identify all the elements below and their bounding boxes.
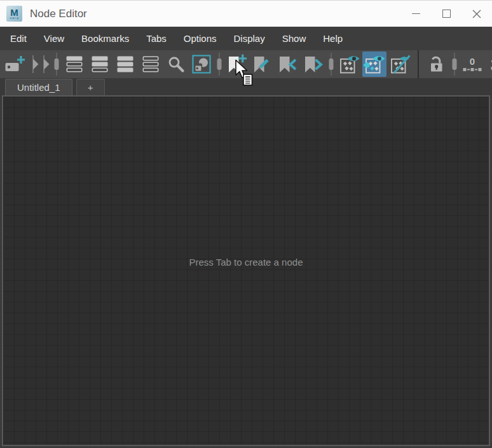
bookmark-edit-icon <box>252 54 273 74</box>
tab-label: Untitled_1 <box>17 82 60 93</box>
graph-input-connections-button[interactable] <box>31 51 40 77</box>
show-all-attributes-button[interactable] <box>337 51 361 77</box>
create-bookmark-button[interactable] <box>225 51 249 77</box>
attributes-eye-slash-icon <box>389 54 411 74</box>
close-button[interactable] <box>461 1 492 27</box>
toggle-shapes-button[interactable] <box>189 51 214 77</box>
menu-tabs[interactable]: Tabs <box>138 33 175 44</box>
menu-edit[interactable]: Edit <box>10 33 35 44</box>
titlebar: M MAYA Node Editor <box>0 0 492 27</box>
minimize-button[interactable] <box>400 1 431 27</box>
toolbar: 0 <box>0 50 492 78</box>
previous-bookmark-button[interactable] <box>276 51 300 77</box>
output-connections-icon <box>42 53 50 75</box>
tabbar: Untitled_1 + <box>0 78 492 95</box>
menu-help[interactable]: Help <box>315 33 352 44</box>
canvas-frame: Press Tab to create a node <box>0 95 492 448</box>
menu-bookmarks[interactable]: Bookmarks <box>73 33 138 44</box>
menubar: Edit View Bookmarks Tabs Options Display… <box>0 27 492 50</box>
edit-bookmarks-button[interactable] <box>250 51 275 77</box>
app-icon-letter: M <box>10 8 18 17</box>
attributes-eye-plug-icon <box>364 54 385 74</box>
input-connections-icon <box>31 53 39 75</box>
traversal-depth-icon <box>463 67 482 72</box>
toolbar-separator <box>451 51 458 77</box>
maximize-button[interactable] <box>431 1 461 27</box>
graph-output-connections-button[interactable] <box>41 51 51 77</box>
display-connected-mode-icon <box>90 55 109 73</box>
bookmark-prev-icon <box>278 54 298 74</box>
display-full-mode-icon <box>116 55 135 73</box>
add-nodes-icon <box>4 55 25 74</box>
display-simple-mode-icon <box>65 55 84 73</box>
display-custom-mode-icon <box>141 55 160 73</box>
menu-display[interactable]: Display <box>225 33 273 44</box>
separator-handle-icon <box>216 51 222 77</box>
separator-handle-icon <box>451 51 458 77</box>
display-simple-mode-button[interactable] <box>62 51 86 77</box>
bookmark-add-icon <box>227 54 247 74</box>
display-full-mode-button[interactable] <box>113 51 137 77</box>
traversal-depth-button[interactable]: 0 <box>460 51 484 77</box>
menu-options[interactable]: Options <box>175 33 225 44</box>
hide-attributes-button[interactable] <box>388 51 412 77</box>
separator-handle-icon <box>328 51 334 77</box>
search-icon <box>167 55 186 74</box>
traversal-depth-label: 0 <box>470 57 475 66</box>
toggle-shapes-icon <box>192 55 211 74</box>
close-icon <box>472 9 482 19</box>
menu-view[interactable]: View <box>35 33 72 44</box>
add-tab-icon: + <box>88 82 93 93</box>
add-tab-button[interactable]: + <box>76 79 105 95</box>
attributes-eye-icon <box>338 54 360 74</box>
toolbar-separator <box>327 51 335 77</box>
unlock-icon <box>428 55 446 74</box>
collapse-connections-button[interactable] <box>488 51 492 77</box>
bookmark-next-icon <box>303 54 324 74</box>
minimize-icon <box>412 13 420 14</box>
window-title: Node Editor <box>30 8 87 20</box>
app-icon-sub: MAYA <box>10 17 19 20</box>
tab-untitled-1[interactable]: Untitled_1 <box>5 79 72 95</box>
toolbar-separator <box>215 51 223 77</box>
toolbar-divider <box>418 50 419 78</box>
search-button[interactable] <box>164 51 188 77</box>
menu-show[interactable]: Show <box>273 33 315 44</box>
window-controls <box>400 1 492 27</box>
toolbar-separator <box>53 51 60 77</box>
separator-handle-icon <box>53 51 60 77</box>
display-custom-mode-button[interactable] <box>139 51 163 77</box>
show-connected-attributes-button[interactable] <box>362 51 386 77</box>
canvas-hint-text: Press Tab to create a node <box>3 257 489 268</box>
maximize-icon <box>442 10 451 18</box>
maya-logo-icon: M MAYA <box>6 6 22 22</box>
node-graph-canvas[interactable]: Press Tab to create a node <box>2 95 490 446</box>
add-nodes-button[interactable] <box>3 51 27 77</box>
next-bookmark-button[interactable] <box>301 51 325 77</box>
display-connected-mode-button[interactable] <box>88 51 112 77</box>
lock-graph-button[interactable] <box>425 51 449 77</box>
